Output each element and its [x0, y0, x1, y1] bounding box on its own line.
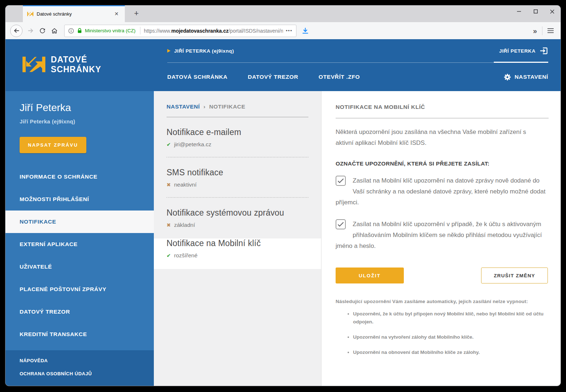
sidebar-item-notifikace[interactable]: NOTIFIKACE: [5, 211, 154, 233]
desktop-background: Datové schránky ✕ +: [0, 0, 566, 392]
select-heading: OZNAČTE UPOZORNĚNÍ, KTERÁ SI PŘEJETE ZAS…: [336, 160, 549, 167]
sidebar-item-moznosti-prihlaseni[interactable]: MOŽNOSTI PŘIHLÁŠENÍ: [5, 188, 154, 211]
urlbar-divider: [140, 27, 140, 34]
browser-tab-bar: Datové schránky ✕ +: [5, 5, 561, 22]
downloads-icon[interactable]: [302, 27, 309, 34]
status-text: jiri@peterka.cz: [174, 141, 212, 148]
url-text[interactable]: https://www.mojedatovaschranka.cz/portal…: [144, 28, 283, 34]
owner-name: Jiří Peterka: [20, 102, 154, 114]
active-box-arrow-icon: [167, 49, 171, 53]
security-lock-icon[interactable]: [77, 28, 82, 33]
automatic-list: Upozornění, že k účtu byl připojen nový …: [336, 310, 548, 356]
checkbox-label: Zasílat na Mobilní klíč upozornění na da…: [336, 177, 545, 206]
logo-text: DATOVÉ SCHRÁNKY: [51, 55, 101, 74]
window-controls: [510, 5, 561, 17]
maximize-button[interactable]: [527, 5, 544, 17]
check-icon: ✔: [167, 253, 171, 258]
cross-icon: ✖: [167, 182, 171, 188]
breadcrumb-nastaveni[interactable]: NASTAVENÍ: [167, 103, 200, 110]
sidebar-link-napoveda[interactable]: NÁPOVĚDA: [20, 358, 154, 363]
minimize-button[interactable]: [510, 5, 527, 17]
nav-datova-schranka[interactable]: DATOVÁ SCHRÁNKA: [167, 74, 227, 80]
site-favicon-icon: [27, 12, 33, 16]
url-bar[interactable]: Ministerstvo vnitra (CZ) https://www.moj…: [64, 25, 296, 37]
gear-icon: [504, 74, 511, 81]
sidebar-item-externi-aplikace[interactable]: EXTERNÍ APLIKACE: [5, 233, 154, 256]
breadcrumb-separator-icon: ›: [204, 103, 206, 110]
header-top-row: JIŘÍ PETERKA (ej9ixnq): [167, 39, 548, 62]
list-item-mobilni-klic-active[interactable]: Notifikace na Mobilní klíč ✔ rozšířené: [154, 238, 321, 269]
panel-divider: [336, 118, 549, 118]
owner-databox-id: Jiří Peterka (ej9ixnq): [20, 118, 154, 124]
checkmark-icon: [337, 222, 344, 227]
nav-otevrit-zfo[interactable]: OTEVŘÍT .ZFO: [319, 74, 360, 80]
datove-schranky-logo[interactable]: DATOVÉ SCHRÁNKY: [22, 54, 101, 74]
sidebar-item-placene-postovni-zpravy[interactable]: PLACENÉ POŠTOVNÍ ZPRÁVY: [5, 278, 154, 301]
forward-button[interactable]: [25, 25, 36, 36]
page-content: Jiří Peterka Jiří Peterka (ej9ixnq) NAPS…: [5, 91, 561, 386]
logo-mark-icon: [22, 54, 45, 74]
status-text: rozšířené: [174, 252, 198, 259]
checkbox-login[interactable]: [336, 219, 346, 229]
list-item-email[interactable]: Notifikace e-mailem ✔ jiri@peterka.cz: [167, 127, 308, 148]
dotted-divider: [167, 157, 308, 158]
tab-title: Datové schránky: [37, 11, 112, 17]
action-buttons: ULOŽIT ZRUŠIT ZMĚNY: [336, 268, 548, 283]
sidebar-item-informace-o-schrance[interactable]: INFORMACE O SCHRÁNCE: [5, 166, 154, 188]
list-divider: [167, 117, 308, 117]
toolbar-divider: [542, 26, 542, 35]
checkbox-row-login: Zasílat na Mobilní klíč upozornění v pří…: [336, 219, 549, 252]
header-right: JIŘÍ PETERKA (ej9ixnq) JIŘÍ PETERKA DATO…: [167, 39, 548, 91]
close-button[interactable]: [544, 5, 561, 17]
automatic-note: Následující upozornění Vám zasíláme auto…: [336, 299, 549, 304]
logout-icon: [540, 47, 548, 55]
compose-message-button[interactable]: NAPSAT ZPRÁVU: [20, 137, 86, 153]
status-text: základní: [174, 222, 195, 228]
panel-title: NOTIFIKACE NA MOBILNÍ KLÍČ: [336, 91, 549, 110]
sidebar: Jiří Peterka Jiří Peterka (ej9ixnq) NAPS…: [5, 91, 154, 386]
back-button[interactable]: [10, 25, 22, 37]
browser-toolbar: Ministerstvo vnitra (CZ) https://www.moj…: [5, 22, 561, 39]
panel-intro: Některá upozornění jsou zasílána na všec…: [336, 127, 543, 148]
sidebar-footer: NÁPOVĚDA OCHRANA OSOBNÍCH ÚDAJŮ: [5, 350, 154, 386]
list-item-sms[interactable]: SMS notifikace ✖ neaktivní: [167, 168, 308, 188]
checkbox-delivery[interactable]: [336, 176, 346, 186]
sidebar-menu: INFORMACE O SCHRÁNCE MOŽNOSTI PŘIHLÁŠENÍ…: [5, 166, 154, 346]
list-item-system[interactable]: Notifikace systémovou zprávou ✖ základní: [167, 208, 308, 228]
save-button[interactable]: ULOŽIT: [336, 268, 404, 283]
cancel-changes-button[interactable]: ZRUŠIT ZMĚNY: [481, 268, 548, 283]
breadcrumb-notifikace: NOTIFIKACE: [209, 103, 245, 110]
cross-icon: ✖: [167, 222, 171, 228]
sidebar-item-datovy-trezor[interactable]: DATOVÝ TREZOR: [5, 301, 154, 323]
browser-tab[interactable]: Datové schránky ✕: [23, 5, 125, 22]
sidebar-link-ochrana-udaju[interactable]: OCHRANA OSOBNÍCH ÚDAJŮ: [20, 371, 154, 376]
auto-item: Upozornění na vytvoření zálohy dat Mobil…: [353, 333, 548, 341]
detail-panel: NOTIFIKACE NA MOBILNÍ KLÍČ Některá upozo…: [321, 91, 561, 386]
breadcrumb: NASTAVENÍ › NOTIFIKACE: [167, 91, 308, 110]
logged-user-button[interactable]: JIŘÍ PETERKA: [499, 39, 548, 62]
checkbox-label: Zasílat na Mobilní klíč upozornění v pří…: [336, 221, 542, 249]
active-databox[interactable]: JIŘÍ PETERKA (ej9ixnq): [167, 48, 234, 54]
home-button[interactable]: [49, 25, 60, 36]
browser-window: Datové schránky ✕ +: [5, 5, 561, 386]
security-label[interactable]: Ministerstvo vnitra (CZ): [85, 28, 136, 33]
page-actions-icon[interactable]: •••: [286, 28, 292, 33]
checkbox-row-delivery: Zasílat na Mobilní klíč upozornění na da…: [336, 175, 549, 208]
hamburger-menu-icon[interactable]: [547, 28, 554, 33]
check-icon: ✔: [167, 142, 171, 147]
nav-nastaveni[interactable]: NASTAVENÍ: [504, 63, 548, 91]
overflow-menu-icon[interactable]: »: [533, 27, 537, 34]
checkmark-icon: [337, 178, 344, 183]
sidebar-item-uzivatele[interactable]: UŽIVATELÉ: [5, 256, 154, 278]
reload-button[interactable]: [37, 25, 48, 36]
page-info-icon[interactable]: [68, 28, 74, 34]
auto-item: Upozornění, že k účtu byl připojen nový …: [353, 310, 548, 326]
new-tab-button[interactable]: +: [131, 8, 142, 19]
status-text: neaktivní: [174, 181, 197, 188]
tab-close-icon[interactable]: ✕: [112, 10, 120, 17]
header-nav: DATOVÁ SCHRÁNKA DATOVÝ TREZOR OTEVŘÍT .Z…: [167, 63, 360, 91]
sidebar-item-kreditni-transakce[interactable]: KREDITNÍ TRANSAKCE: [5, 323, 154, 346]
site-header: DATOVÉ SCHRÁNKY JIŘÍ PETERKA (ej9ixnq) J…: [5, 39, 561, 91]
nav-datovy-trezor[interactable]: DATOVÝ TREZOR: [248, 74, 298, 80]
dotted-divider: [167, 197, 308, 198]
